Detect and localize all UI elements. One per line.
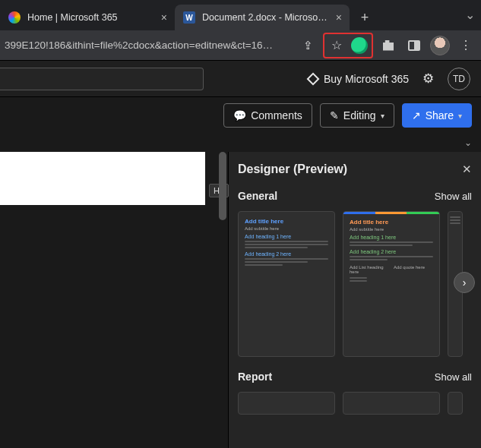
word-icon: W [182,11,196,24]
sidepanel-icon[interactable] [403,35,425,56]
account-avatar[interactable]: TD [448,68,470,90]
share-label: Share [426,109,454,121]
browser-toolbar: 399E120!186&ithint=file%2cdocx&action=ed… [0,30,481,61]
profile-avatar[interactable] [429,35,451,56]
section-name: General [238,190,277,202]
share-button[interactable]: ↗ Share ▾ [402,103,472,128]
ribbon-collapse-chevron[interactable]: ⌄ [0,134,481,152]
main-area: He Designer (Preview) ✕ General Show all… [0,152,481,448]
new-tab-button[interactable]: + [354,7,375,28]
card-subtitle: Add subtitle here [245,226,328,231]
comments-label: Comments [251,109,302,121]
buy-label: Buy Microsoft 365 [324,73,409,85]
show-all-link[interactable]: Show all [435,191,472,202]
carousel-next-button[interactable]: › [454,272,475,293]
card-h1: Add heading 1 here [350,235,433,240]
close-icon[interactable]: × [161,11,167,24]
tab-title: Document 2.docx - Microsoft W [202,12,330,23]
design-card[interactable] [238,392,335,415]
card-accent-bar [343,212,439,214]
card-h2: Add heading 2 here [245,251,328,257]
browser-menu-icon[interactable]: ⋮ [455,35,476,56]
callout-highlight: ☆ [323,33,373,58]
grammarly-extension-icon[interactable] [349,35,370,56]
share-page-icon[interactable]: ⇪ [297,35,318,56]
tab-title: Home | Microsoft 365 [27,12,155,23]
card-h2: Add heading 2 here [350,249,433,254]
design-card[interactable]: Add title here Add subtitle here Add hea… [238,211,335,357]
tabs-chevron-icon[interactable]: ⌄ [465,8,475,22]
close-icon[interactable]: × [336,11,342,24]
comments-button[interactable]: 💬 Comments [223,103,312,128]
document-page[interactable] [0,152,205,205]
pencil-icon: ✎ [330,109,339,121]
extensions-puzzle-icon[interactable] [378,35,399,56]
browser-tab-word[interactable]: W Document 2.docx - Microsoft W × [175,5,350,30]
show-all-link[interactable]: Show all [435,371,472,383]
editing-mode-button[interactable]: ✎ Editing ▾ [320,103,394,128]
share-icon: ↗ [412,109,421,121]
card-h1: Add heading 1 here [245,234,328,239]
buy-microsoft-365-button[interactable]: Buy Microsoft 365 [309,73,409,85]
chevron-down-icon: ▾ [381,112,384,120]
vertical-scrollbar[interactable] [219,152,226,448]
design-card[interactable] [343,392,440,415]
browser-tab-m365[interactable]: Home | Microsoft 365 × [0,5,175,30]
editing-label: Editing [343,109,376,121]
settings-gear-icon[interactable]: ⚙ [422,71,434,87]
card-quote: Add quote here [394,265,433,270]
designer-panel: Designer (Preview) ✕ General Show all Ad… [228,152,481,448]
card-title: Add title here [245,218,328,225]
card-subtitle: Add subtitle here [350,227,433,232]
document-canvas[interactable]: He [0,152,228,448]
close-icon[interactable]: ✕ [462,162,472,176]
avatar-initials: TD [453,74,465,84]
premium-diamond-icon [306,72,319,85]
browser-tabstrip: Home | Microsoft 365 × W Document 2.docx… [0,0,481,30]
card-list: Add List heading here [350,265,389,274]
section-header-general: General Show all [238,190,472,202]
m365-icon [8,11,21,24]
ribbon-actions: 💬 Comments ✎ Editing ▾ ↗ Share ▾ [0,97,481,134]
address-bar[interactable]: 399E120!186&ithint=file%2cdocx&action=ed… [5,39,293,51]
designer-header: Designer (Preview) ✕ [238,162,472,176]
section-name: Report [238,371,272,383]
bookmark-star-icon[interactable]: ☆ [326,35,347,56]
design-card[interactable]: Add title here Add subtitle here Add hea… [343,211,440,357]
section-header-report: Report Show all [238,371,472,383]
general-cards-row: Add title here Add subtitle here Add hea… [238,211,472,357]
design-card-peek[interactable] [448,392,463,415]
card-title: Add title here [350,219,433,226]
scrollbar-thumb[interactable] [219,152,226,220]
title-input-stub[interactable] [0,68,204,90]
report-cards-row [238,392,472,415]
designer-title: Designer (Preview) [238,162,347,176]
comment-icon: 💬 [233,109,246,121]
chevron-down-icon: ▾ [458,112,462,120]
